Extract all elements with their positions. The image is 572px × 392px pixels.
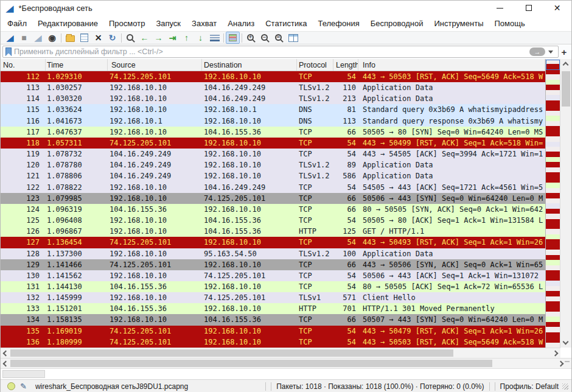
- minimize-button[interactable]: [486, 1, 514, 15]
- table-row[interactable]: 1311.144130104.16.155.36192.168.10.10TCP…: [1, 281, 545, 292]
- table-row[interactable]: 1131.030257192.168.10.10104.16.249.249TL…: [1, 82, 545, 93]
- menu-item-9[interactable]: Инструменты: [428, 19, 489, 28]
- table-row[interactable]: 1171.047637192.168.10.10104.16.155.36TCP…: [1, 127, 545, 138]
- scroll-up-icon[interactable]: [563, 62, 569, 68]
- cell-dst: 74.125.205.101: [202, 270, 297, 281]
- table-row[interactable]: 1221.078822192.168.10.10104.16.249.249TC…: [1, 182, 545, 193]
- column-header-time[interactable]: Time: [46, 59, 108, 71]
- column-header-len[interactable]: Length: [333, 59, 358, 71]
- table-row[interactable]: 1351.16901974.125.205.101192.168.10.10TC…: [1, 326, 545, 337]
- profile-label[interactable]: Профиль: Default: [498, 382, 562, 391]
- column-header-row: No.TimeSourceDestinationProtocolLengthIn…: [1, 59, 545, 71]
- table-row[interactable]: 1151.033624192.168.10.10192.168.10.1DNS8…: [1, 104, 545, 115]
- menu-item-2[interactable]: Просмотр: [103, 19, 150, 28]
- cell-info: Application Data: [358, 82, 545, 93]
- vertical-scroll-thumb[interactable]: [562, 71, 570, 107]
- table-row[interactable]: 1211.078806104.16.249.249192.168.10.10TL…: [1, 170, 545, 181]
- previous-packet-button[interactable]: ←: [138, 32, 152, 44]
- horizontal-scrollbar-list[interactable]: [1, 348, 560, 358]
- menu-item-10[interactable]: Помощь: [489, 19, 531, 28]
- minimap[interactable]: [545, 59, 560, 348]
- add-filter-button[interactable]: +: [559, 47, 570, 57]
- horizontal-scrollbar-secondary[interactable]: [1, 358, 571, 368]
- vertical-scrollbar[interactable]: [560, 59, 571, 348]
- zoom-original-button[interactable]: [272, 32, 286, 44]
- close-file-button[interactable]: ✕: [91, 32, 105, 44]
- table-row[interactable]: 1291.14146674.125.205.101192.168.10.10TC…: [1, 259, 545, 270]
- first-packet-button[interactable]: ↑: [180, 32, 194, 44]
- menu-item-5[interactable]: Анализ: [222, 19, 260, 28]
- next-packet-button[interactable]: →: [152, 32, 166, 44]
- table-row[interactable]: 1141.030320192.168.10.10104.16.249.249TL…: [1, 93, 545, 104]
- column-header-proto[interactable]: Protocol: [297, 59, 333, 71]
- column-header-no[interactable]: No.: [1, 59, 46, 71]
- cell-dst: 192.168.10.10: [202, 71, 297, 82]
- menu-item-3[interactable]: Запуск: [150, 19, 186, 28]
- find-packet-icon: [127, 34, 133, 41]
- maximize-button[interactable]: [514, 1, 543, 15]
- apply-filter-button[interactable]: →: [529, 47, 545, 56]
- scroll-right-icon[interactable]: [553, 351, 559, 357]
- resize-columns-icon: [288, 34, 298, 42]
- restart-capture-button[interactable]: ◢: [31, 32, 45, 44]
- cell-no: 120: [1, 159, 46, 170]
- table-row[interactable]: 1241.096319104.16.155.36192.168.10.10TCP…: [1, 204, 545, 215]
- display-filter-field[interactable]: →: [2, 46, 559, 58]
- menu-item-6[interactable]: Статистика: [260, 19, 312, 28]
- cell-src: 74.125.205.101: [108, 259, 202, 270]
- display-filter-input[interactable]: [14, 47, 529, 56]
- capture-comment-icon[interactable]: ✎: [20, 382, 27, 391]
- save-file-button[interactable]: [77, 32, 91, 44]
- table-row[interactable]: 1231.079985192.168.10.1074.125.205.101TC…: [1, 193, 545, 204]
- menu-item-7[interactable]: Телефония: [312, 19, 364, 28]
- zoom-in-button[interactable]: [244, 32, 258, 44]
- close-button[interactable]: ✕: [543, 1, 571, 15]
- scroll-left-icon[interactable]: [3, 351, 9, 357]
- colorize-button[interactable]: [226, 32, 240, 44]
- table-row[interactable]: 1361.18099974.125.205.101192.168.10.10TC…: [1, 337, 545, 348]
- table-row[interactable]: 1261.096867192.168.10.10104.16.155.36HTT…: [1, 226, 545, 237]
- table-row[interactable]: 1331.151201104.16.155.36192.168.10.10HTT…: [1, 303, 545, 314]
- find-packet-button[interactable]: [124, 32, 138, 44]
- menu-item-4[interactable]: Захват: [186, 19, 222, 28]
- stop-capture-button[interactable]: ■: [17, 32, 31, 44]
- column-header-info[interactable]: Info: [358, 59, 545, 71]
- table-row[interactable]: 1251.096408192.168.10.10104.16.155.36TCP…: [1, 215, 545, 226]
- column-header-src[interactable]: Source: [108, 59, 202, 71]
- reload-file-button[interactable]: ↻: [105, 32, 119, 44]
- cell-time: 1.047637: [46, 127, 108, 138]
- table-row[interactable]: 1191.078732104.16.249.249192.168.10.10TC…: [1, 149, 545, 159]
- cell-src: 192.168.10.10: [108, 215, 202, 226]
- table-row[interactable]: 1341.158135192.168.10.10104.16.155.36TCP…: [1, 314, 545, 325]
- scroll-left-icon[interactable]: [3, 361, 9, 367]
- menu-item-0[interactable]: Файл: [2, 19, 32, 28]
- goto-packet-button[interactable]: ⇥: [166, 32, 180, 44]
- table-row[interactable]: 1121.02931074.125.205.101192.168.10.10TC…: [1, 71, 545, 82]
- table-row[interactable]: 1181.05731174.125.205.101192.168.10.10TC…: [1, 138, 545, 149]
- zoom-out-button[interactable]: [258, 32, 272, 44]
- menu-item-1[interactable]: Редактирование: [32, 19, 103, 28]
- horizontal-scroll-thumb[interactable]: [10, 360, 492, 367]
- start-capture-icon: ◢: [6, 33, 13, 42]
- filter-bookmark-icon[interactable]: [5, 47, 12, 56]
- table-row[interactable]: 1301.141562192.168.10.1074.125.205.101TC…: [1, 270, 545, 281]
- capture-options-button[interactable]: ◉: [45, 32, 59, 44]
- scroll-down-icon[interactable]: [563, 339, 569, 345]
- scroll-right-icon[interactable]: [558, 361, 564, 367]
- column-header-dst[interactable]: Destination: [202, 59, 297, 71]
- open-file-button[interactable]: [63, 32, 77, 44]
- table-row[interactable]: 1271.13645474.125.205.101192.168.10.10TC…: [1, 237, 545, 248]
- table-row[interactable]: 1281.137300192.168.10.1095.163.54.50TLSv…: [1, 248, 545, 259]
- table-row[interactable]: 1321.145999192.168.10.1074.125.205.101TL…: [1, 292, 545, 303]
- last-packet-button[interactable]: ↓: [194, 32, 208, 44]
- resize-grip[interactable]: [562, 383, 568, 390]
- expert-info-icon[interactable]: [7, 382, 15, 390]
- autoscroll-button[interactable]: [208, 32, 221, 44]
- table-row[interactable]: 1161.041673192.168.10.1192.168.10.10DNS1…: [1, 116, 545, 127]
- filter-dropdown-button[interactable]: [545, 51, 556, 54]
- resize-columns-button[interactable]: [286, 32, 300, 44]
- menu-item-8[interactable]: Беспроводной: [365, 19, 429, 28]
- horizontal-scroll-thumb[interactable]: [10, 349, 453, 357]
- start-capture-button[interactable]: ◢: [3, 32, 17, 44]
- table-row[interactable]: 1201.078780104.16.249.249192.168.10.10TL…: [1, 159, 545, 170]
